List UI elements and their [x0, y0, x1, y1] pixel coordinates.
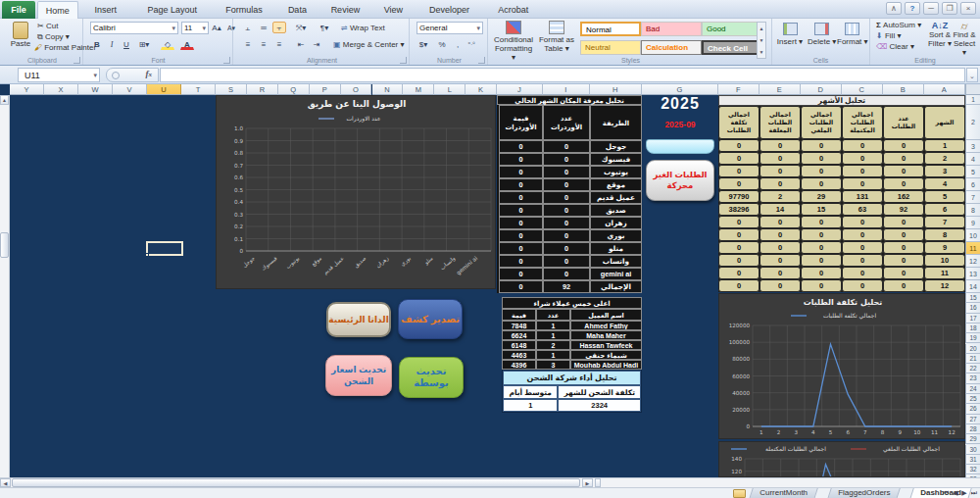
style-normal[interactable]: Normal — [580, 22, 641, 36]
row-header-5[interactable]: 5 — [965, 166, 980, 178]
ribbon-collapse-icon[interactable]: ∧ — [886, 2, 902, 15]
row-header-21[interactable]: 21 — [965, 354, 980, 364]
minimize-icon[interactable]: ─ — [923, 2, 939, 15]
currency-icon[interactable]: $▾ — [416, 38, 430, 50]
column-header-H[interactable]: H — [590, 84, 642, 95]
ribbon-tab-file[interactable]: File — [2, 1, 35, 19]
font-dialog-launcher[interactable] — [223, 57, 230, 64]
row-header-31[interactable]: 31 — [965, 455, 980, 465]
find-select-button[interactable]: ⌭ Find & Select ▾ — [953, 22, 976, 57]
row-header-13[interactable]: 13 — [965, 268, 980, 280]
underline-button[interactable]: U — [120, 38, 133, 50]
paste-button[interactable]: Paste — [8, 22, 33, 48]
bold-button[interactable]: B — [90, 38, 104, 50]
decrease-indent-icon[interactable]: ⇤ — [294, 38, 308, 50]
row-header-12[interactable]: 12 — [965, 255, 980, 268]
column-header-X[interactable]: X — [44, 84, 78, 95]
ribbon-tab-home[interactable]: Home — [37, 1, 78, 19]
row-header-9[interactable]: 9 — [965, 217, 980, 229]
column-header-C[interactable]: C — [842, 84, 883, 95]
autosum-button[interactable]: Σ AutoSum ▾ — [876, 21, 921, 29]
column-header-V[interactable]: V — [113, 84, 147, 95]
comma-icon[interactable]: , — [451, 38, 465, 50]
column-header-A[interactable]: A — [924, 84, 965, 95]
column-header-F[interactable]: F — [718, 84, 760, 95]
column-header-W[interactable]: W — [78, 84, 113, 95]
percent-icon[interactable]: % — [435, 38, 449, 50]
column-header-L[interactable]: L — [434, 84, 466, 95]
style-bad[interactable]: Bad — [641, 22, 702, 36]
orders-completed-cancelled-chart[interactable]: اجمالي الطلبات المكتملةاجمالي الطلبات ال… — [718, 441, 965, 477]
row-header-29[interactable]: 29 — [965, 434, 980, 444]
styles-gallery-scroll[interactable]: ▲▼▼ — [757, 22, 766, 59]
vertical-scrollbar[interactable]: ▲ — [0, 95, 10, 477]
formula-bar-expand-icon[interactable]: ⌄ — [966, 68, 978, 82]
row-header-16[interactable]: 16 — [965, 303, 980, 313]
column-header-S[interactable]: S — [216, 84, 247, 95]
ribbon-tab-formulas[interactable]: Formulas — [213, 1, 274, 19]
column-header-G[interactable]: G — [642, 84, 718, 95]
row-header-1[interactable]: 1 — [965, 95, 980, 105]
sort-filter-button[interactable]: A↓Z Sort & Filter ▾ — [927, 22, 953, 48]
reach-method-chart[interactable]: الوصول الينا عن طريقعدد الاوردرات00.10.2… — [216, 95, 496, 289]
help-icon[interactable]: ? — [905, 2, 920, 15]
increase-indent-icon[interactable]: ⇥ — [310, 38, 323, 50]
row-header-19[interactable]: 19 — [965, 333, 980, 343]
column-header-E[interactable]: E — [760, 84, 801, 95]
text-direction-icon[interactable]: ¶▾ — [318, 22, 331, 33]
column-header-P[interactable]: P — [310, 84, 341, 95]
ribbon-tab-review[interactable]: Review — [319, 1, 370, 19]
style-check-cell[interactable]: Check Cell — [702, 40, 762, 55]
row-header-14[interactable]: 14 — [965, 280, 980, 293]
stale-orders-button[interactable]: الطلبات الغير محركة — [646, 160, 714, 201]
column-header-T[interactable]: T — [181, 84, 216, 95]
align-right-icon[interactable]: ≡ — [272, 38, 286, 50]
insert-function-icon[interactable]: fx — [146, 69, 153, 78]
cancel-entry-icon[interactable] — [112, 72, 120, 79]
close-icon[interactable]: × — [960, 2, 976, 15]
font-name-select[interactable]: Calibri▾ — [90, 22, 178, 34]
column-header-Q[interactable]: Q — [278, 84, 310, 95]
row-header-4[interactable]: 4 — [965, 153, 980, 166]
format-as-table-button[interactable]: Format as Table ▾ — [537, 21, 576, 53]
row-header-6[interactable]: 6 — [965, 178, 980, 191]
fill-handle[interactable] — [145, 253, 149, 257]
sheet-tab-currentmonth[interactable]: CurrentMonth — [749, 488, 817, 498]
grow-font-icon[interactable]: A▴ — [210, 22, 223, 33]
row-header-24[interactable]: 24 — [965, 384, 980, 394]
name-box[interactable]: U11▾ — [18, 68, 100, 82]
row-header-22[interactable]: 22 — [965, 364, 980, 374]
tab-scroll-buttons[interactable]: ⏮ ◀ ▶ ⏭ — [943, 489, 978, 497]
wrap-text-button[interactable]: ⇌ Wrap Text — [341, 24, 385, 32]
row-header-23[interactable]: 23 — [965, 374, 980, 383]
row-header-15[interactable]: 15 — [965, 293, 980, 303]
row-header-25[interactable]: 25 — [965, 394, 980, 404]
select-all-corner[interactable] — [965, 84, 980, 95]
ribbon-tab-acrobat[interactable]: Acrobat — [485, 1, 542, 19]
delete-cells-button[interactable]: Delete ▾ — [808, 23, 835, 46]
align-bottom-icon[interactable]: ⫟ — [272, 22, 286, 33]
row-header-8[interactable]: 8 — [965, 204, 980, 217]
number-format-select[interactable]: General▾ — [416, 22, 483, 34]
column-header-N[interactable]: N — [372, 84, 404, 95]
insert-worksheet-icon[interactable] — [733, 489, 746, 498]
insert-cells-button[interactable]: Insert ▾ — [776, 23, 804, 46]
align-left-icon[interactable]: ≡ — [241, 38, 255, 50]
column-header-D[interactable]: D — [801, 84, 842, 95]
clear-button[interactable]: ⌫ Clear ▾ — [876, 42, 914, 51]
row-header-17[interactable]: 17 — [965, 314, 980, 324]
worksheet[interactable]: YXWVUTSRQPONMLKJIHGFEDCBA 12345678910111… — [0, 84, 980, 477]
fill-button[interactable]: ⬇ Fill ▾ — [876, 31, 901, 40]
row-header-27[interactable]: 27 — [965, 415, 980, 424]
align-top-icon[interactable]: ⫠ — [241, 22, 255, 33]
fill-color-icon[interactable]: ◇ — [161, 38, 174, 50]
update-shipping-prices-button[interactable]: تحديث اسعار الشحن — [325, 355, 392, 396]
column-header-Y[interactable]: Y — [10, 84, 44, 95]
update-bosta-button[interactable]: تحديث بوسطة — [399, 357, 464, 398]
number-dialog-launcher[interactable] — [478, 57, 485, 64]
ribbon-tab-developer[interactable]: Developer — [416, 1, 483, 19]
column-header-U[interactable]: U — [147, 84, 181, 95]
format-cells-button[interactable]: Format ▾ — [837, 23, 866, 46]
scroll-left-icon[interactable]: ◀ — [0, 478, 11, 487]
row-header-28[interactable]: 28 — [965, 424, 980, 434]
